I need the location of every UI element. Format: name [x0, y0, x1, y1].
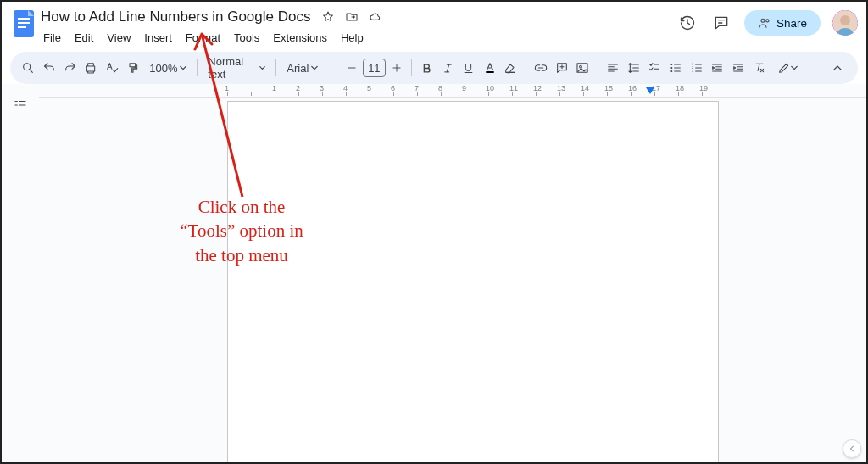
separator	[275, 59, 276, 76]
font-size-input[interactable]: 11	[363, 59, 385, 77]
editing-mode-icon[interactable]	[771, 57, 804, 79]
outline-toggle-icon[interactable]	[9, 94, 31, 116]
paint-format-icon[interactable]	[124, 57, 143, 79]
document-page[interactable]	[227, 101, 719, 464]
increase-indent-icon[interactable]	[729, 57, 748, 79]
editor-area: 112345678910111213141516171819	[39, 84, 866, 463]
toolbar-container: 100% Normal text Arial 11 123	[2, 47, 866, 84]
app-header: How to Add Line Numbers in Google Docs F…	[2, 2, 866, 47]
separator	[411, 59, 412, 76]
svg-point-8	[24, 64, 31, 70]
title-area: How to Add Line Numbers in Google Docs F…	[37, 7, 676, 47]
menu-file[interactable]: File	[37, 29, 67, 47]
menu-bar: File Edit View Insert Format Tools Exten…	[37, 29, 676, 47]
menu-help[interactable]: Help	[335, 29, 370, 47]
star-icon[interactable]	[320, 9, 336, 25]
tab-stop-marker-icon[interactable]	[646, 87, 654, 96]
separator	[337, 59, 337, 76]
clear-formatting-icon[interactable]	[749, 57, 769, 79]
separator	[197, 59, 198, 76]
annotation-text: Click on the “Tools” option in the top m…	[153, 195, 331, 267]
print-icon[interactable]	[81, 57, 101, 79]
svg-point-7	[840, 15, 850, 25]
svg-point-12	[580, 65, 582, 68]
zoom-select[interactable]: 100%	[144, 62, 192, 75]
separator	[526, 59, 526, 76]
svg-text:3: 3	[692, 69, 694, 73]
insert-image-icon[interactable]	[573, 57, 593, 79]
paragraph-style-select[interactable]: Normal text	[203, 55, 270, 81]
user-avatar[interactable]	[832, 10, 858, 36]
menu-edit[interactable]: Edit	[69, 29, 99, 47]
text-color-icon[interactable]	[480, 57, 499, 79]
share-label: Share	[776, 17, 807, 30]
share-people-icon	[758, 16, 771, 30]
move-icon[interactable]	[344, 9, 359, 25]
decrease-indent-icon[interactable]	[708, 57, 727, 79]
increase-font-size-icon[interactable]	[387, 57, 407, 79]
workspace: 112345678910111213141516171819	[2, 84, 866, 463]
decrease-font-size-icon[interactable]	[342, 57, 361, 79]
history-icon[interactable]	[676, 12, 698, 34]
toolbar: 100% Normal text Arial 11 123	[10, 52, 858, 84]
svg-rect-10	[506, 72, 515, 73]
collapse-toolbar-icon[interactable]	[826, 56, 849, 80]
bold-icon[interactable]	[417, 57, 437, 79]
svg-point-15	[670, 70, 672, 72]
cloud-status-icon[interactable]	[368, 9, 383, 25]
share-button[interactable]: Share	[744, 10, 821, 36]
horizontal-ruler[interactable]: 112345678910111213141516171819	[39, 84, 866, 98]
font-family-select[interactable]: Arial	[281, 62, 331, 75]
underline-icon[interactable]	[459, 57, 479, 79]
redo-icon[interactable]	[60, 57, 80, 79]
italic-icon[interactable]	[438, 57, 458, 79]
checklist-icon[interactable]	[645, 57, 665, 79]
menu-format[interactable]: Format	[180, 29, 226, 47]
numbered-list-icon[interactable]: 123	[687, 57, 706, 79]
svg-point-14	[670, 67, 672, 69]
svg-rect-1	[18, 18, 30, 20]
bulleted-list-icon[interactable]	[666, 57, 686, 79]
svg-rect-2	[18, 22, 30, 24]
document-title[interactable]: How to Add Line Numbers in Google Docs	[37, 7, 314, 27]
svg-point-4	[761, 19, 765, 22]
comments-icon[interactable]	[710, 12, 732, 34]
expand-panel-icon[interactable]	[843, 439, 861, 458]
add-comment-icon[interactable]	[552, 57, 571, 79]
separator	[815, 59, 815, 76]
undo-icon[interactable]	[40, 57, 59, 79]
outline-rail	[2, 84, 39, 463]
menu-tools[interactable]: Tools	[228, 29, 265, 47]
menu-extensions[interactable]: Extensions	[267, 29, 333, 47]
menu-view[interactable]: View	[101, 29, 136, 47]
line-spacing-icon[interactable]	[624, 57, 643, 79]
svg-rect-9	[486, 71, 493, 73]
spellcheck-icon[interactable]	[103, 57, 122, 79]
svg-point-13	[670, 64, 672, 65]
insert-link-icon[interactable]	[531, 57, 551, 79]
header-right: Share	[676, 7, 858, 36]
svg-point-5	[766, 20, 769, 22]
highlight-color-icon[interactable]	[501, 57, 520, 79]
svg-rect-3	[18, 26, 26, 28]
menu-insert[interactable]: Insert	[138, 29, 178, 47]
separator	[598, 59, 598, 76]
docs-logo-icon[interactable]	[10, 7, 37, 41]
search-icon[interactable]	[19, 57, 38, 79]
align-icon[interactable]	[604, 57, 623, 79]
